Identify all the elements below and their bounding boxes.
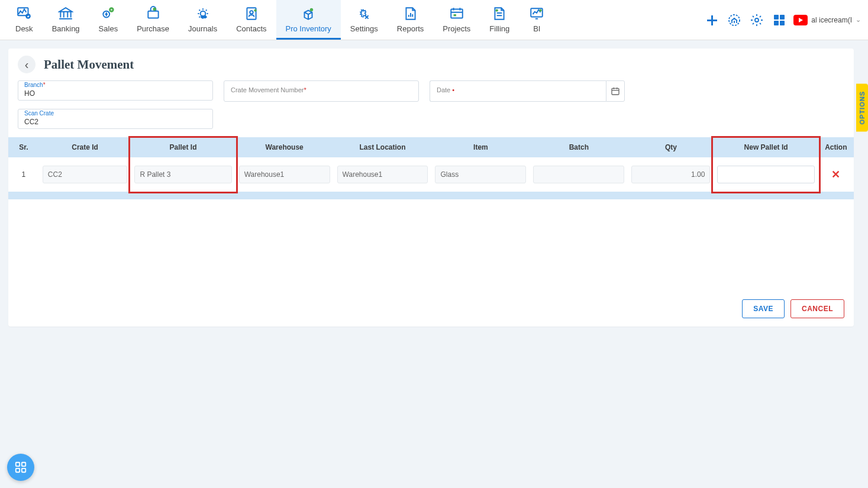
nav-label: Contacts [236,24,266,33]
user-menu[interactable]: al icecream(I ⌄ [793,15,861,25]
nav-settings[interactable]: Settings [341,0,388,40]
page-header: ‹ Pallet Movement [8,49,854,76]
nav-label: Purchase [137,24,169,33]
desk-icon [16,5,33,22]
contacts-icon [243,5,260,22]
youtube-icon [793,15,808,25]
form-row-1: Branch* Crate Movement Number* Date • [8,76,854,104]
th-last-location: Last Location [334,137,432,157]
branch-label: Branch* [24,82,46,88]
th-new-pallet-id: New Pallet Id [714,137,818,157]
add-icon[interactable] [704,12,720,28]
svg-rect-13 [451,9,463,18]
nav-journals[interactable]: Journals [179,0,227,40]
svg-rect-24 [612,88,619,95]
nav-right: al icecream(I ⌄ [704,12,861,28]
page-container: ‹ Pallet Movement Branch* Crate Movement… [0,40,868,335]
banking-icon [57,5,74,22]
page-card: ‹ Pallet Movement Branch* Crate Movement… [8,49,854,327]
sales-icon [100,5,117,22]
nav-desk[interactable]: Desk [6,0,43,40]
nav-label: Sales [99,24,118,33]
svg-point-19 [755,18,759,22]
scan-crate-label: Scan Crate [24,110,54,117]
cell-qty [631,166,710,183]
nav-label: Reports [397,24,424,33]
th-pallet-id: Pallet Id [131,137,235,157]
nav-bi[interactable]: BI [519,0,554,40]
svg-rect-14 [453,14,456,16]
cell-batch [533,166,624,183]
nav-pro-inventory[interactable]: Pro Inventory [276,0,341,40]
svg-rect-20 [774,15,779,20]
cell-sr: 1 [8,157,39,192]
filling-icon [491,5,508,22]
svg-point-8 [203,15,206,18]
svg-point-5 [153,7,156,10]
cell-pallet-id [134,166,231,183]
svg-point-15 [496,9,498,11]
nav-label: Filling [489,24,509,33]
reports-icon [402,5,419,22]
date-field-wrap: Date • [430,80,625,102]
purchase-icon [145,5,162,22]
movement-table: Sr. Crate Id Pallet Id Warehouse Last Lo… [8,137,854,199]
nav-banking[interactable]: Banking [43,0,89,40]
crate-movement-input[interactable] [224,80,419,102]
svg-point-12 [310,8,313,11]
svg-point-18 [729,15,740,25]
table-wrap: Sr. Crate Id Pallet Id Warehouse Last Lo… [8,137,854,199]
th-item: Item [431,137,530,157]
svg-point-11 [254,9,256,11]
branch-field-wrap: Branch* [18,80,213,102]
table-row: 1 ✕ [8,157,854,192]
nav-label: Settings [350,24,378,33]
nav-reports[interactable]: Reports [388,0,434,40]
svg-rect-23 [780,21,785,25]
svg-rect-4 [148,11,158,18]
cell-last-location [337,166,428,183]
scan-crate-field-wrap: Scan Crate [18,109,213,129]
crate-movement-field-wrap: Crate Movement Number* [224,80,419,102]
nav-label: Pro Inventory [286,24,331,33]
th-sr: Sr. [8,137,39,157]
date-input[interactable] [430,80,606,102]
bi-icon [528,5,545,22]
nav-sales[interactable]: Sales [89,0,128,40]
nav-label: BI [533,24,540,33]
top-nav: Desk Banking Sales Purchase Journals [0,0,868,40]
gear-icon[interactable] [748,12,765,28]
th-action: Action [818,137,854,157]
cell-warehouse [239,166,330,183]
calendar-icon[interactable] [606,80,625,102]
back-button[interactable]: ‹ [18,56,36,73]
nav-contacts[interactable]: Contacts [227,0,276,40]
svg-rect-22 [774,21,779,25]
delete-row-icon[interactable]: ✕ [831,169,840,180]
page-title: Pallet Movement [44,57,134,72]
th-batch: Batch [530,137,628,157]
nav-purchase[interactable]: Purchase [127,0,179,40]
cell-new-pallet-id[interactable] [717,166,814,183]
date-input-wrap [430,80,625,102]
sync-bank-icon[interactable] [726,12,743,28]
nav-label: Banking [52,24,80,33]
nav-items: Desk Banking Sales Purchase Journals [6,0,554,40]
nav-label: Journals [188,24,217,33]
calculator-icon[interactable] [771,12,788,28]
svg-point-10 [250,11,253,14]
settings-icon [356,5,372,22]
form-row-2: Scan Crate [8,104,854,131]
inventory-icon [300,5,317,22]
save-button[interactable]: SAVE [742,299,785,318]
cancel-button[interactable]: CANCEL [790,299,844,318]
nav-projects[interactable]: Projects [433,0,480,40]
th-warehouse: Warehouse [235,137,334,157]
branch-input[interactable] [18,80,213,101]
svg-point-17 [540,9,542,11]
options-tab[interactable]: OPTIONS [856,84,868,132]
button-row: SAVE CANCEL [742,299,844,318]
nav-label: Projects [443,24,470,33]
nav-filling[interactable]: Filling [480,0,519,40]
table-header-row: Sr. Crate Id Pallet Id Warehouse Last Lo… [8,137,854,157]
